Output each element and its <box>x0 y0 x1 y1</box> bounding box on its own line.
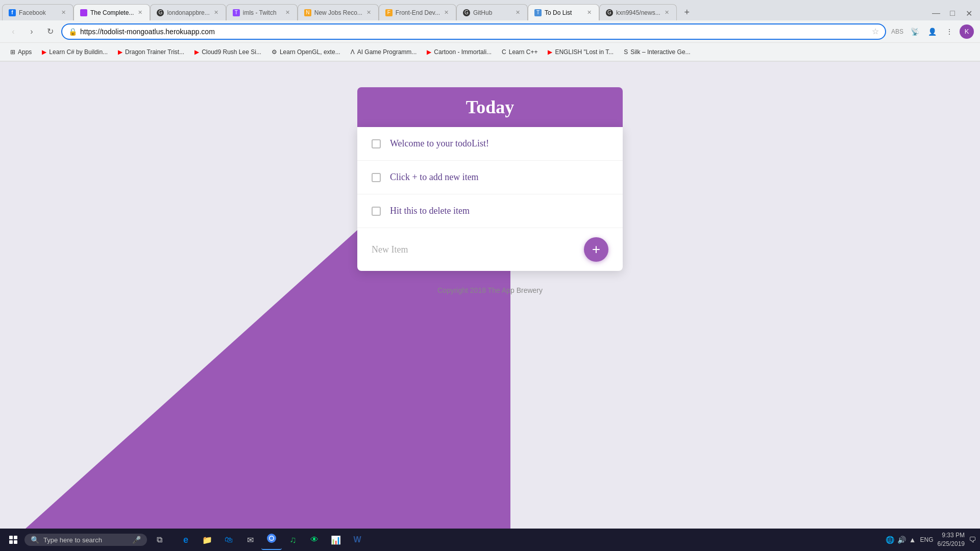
cast-icon[interactable]: 📡 <box>908 24 922 39</box>
tab-the-complete[interactable]: The Complete... ✕ <box>74 4 150 20</box>
todo-text-3: Hit this to delete item <box>390 206 470 216</box>
maximize-button[interactable]: □ <box>945 6 960 20</box>
bookmark-ai-game[interactable]: Λ AI Game Programm... <box>347 46 421 58</box>
taskbar-search[interactable]: 🔍 Type here to search 🎤 <box>24 534 147 546</box>
back-button[interactable]: ‹ <box>6 24 20 39</box>
taskbar-word[interactable]: W <box>347 530 368 550</box>
new-item-row: New Item + <box>357 228 623 271</box>
svg-point-2 <box>270 536 274 540</box>
tab-new-jobs[interactable]: N New Jobs Reco... ✕ <box>298 4 379 20</box>
tab-label-londonappbre: londonappbre... <box>167 9 209 16</box>
tab-close-new-jobs[interactable]: ✕ <box>365 8 372 17</box>
bookmark-cartoon[interactable]: ▶ Cartoon - Immortali... <box>423 46 496 58</box>
tab-close-github[interactable]: ✕ <box>514 8 521 17</box>
bookmark-star-icon[interactable]: ☆ <box>872 27 879 36</box>
todo-checkbox-1[interactable] <box>372 139 381 148</box>
taskbar-search-icon: 🔍 <box>31 536 39 544</box>
bookmark-dragon-trainer[interactable]: ▶ Dragon Trainer Trist... <box>114 46 188 58</box>
tab-favicon-todo: T <box>534 9 542 16</box>
tab-todo-list[interactable]: T To Do List ✕ <box>528 4 599 20</box>
mail-icon: ✉ <box>247 535 254 545</box>
tab-github[interactable]: G GitHub ✕ <box>456 4 528 20</box>
taskbar-search-text: Type here to search <box>43 536 102 544</box>
taskbar-chrome[interactable] <box>261 530 282 550</box>
tab-close-londonappbre[interactable]: ✕ <box>213 8 219 17</box>
taskbar-app8[interactable]: 📊 <box>326 530 346 550</box>
page-footer: Copyright 2018 The App Brewery <box>437 286 543 294</box>
tab-close-the-complete[interactable]: ✕ <box>137 8 143 17</box>
tab-frontend-dev[interactable]: F Front-End Dev... ✕ <box>379 4 456 20</box>
taskbar-spotify[interactable]: ♫ <box>283 530 303 550</box>
taskbar-edge[interactable]: e <box>176 530 196 550</box>
address-bar-input[interactable] <box>80 28 869 36</box>
tab-close-twitch[interactable]: ✕ <box>284 8 291 17</box>
bookmark-english[interactable]: ▶ ENGLISH "Lost in T... <box>544 46 618 58</box>
bookmark-apps[interactable]: ⊞ Apps <box>6 46 36 58</box>
forward-button[interactable]: › <box>24 24 39 39</box>
mic-icon[interactable]: 🎤 <box>132 536 141 544</box>
tab-close-todo[interactable]: ✕ <box>586 8 593 17</box>
tab-favicon-the-complete <box>80 9 87 16</box>
todo-checkbox-2[interactable] <box>372 173 381 182</box>
tab-label-the-complete: The Complete... <box>90 9 134 16</box>
tab-londonappbre[interactable]: G londonappbre... ✕ <box>150 4 226 20</box>
tab-favicon-facebook: f <box>9 9 16 16</box>
silk-icon: S <box>624 48 628 56</box>
apps-icon: ⊞ <box>10 48 15 56</box>
secure-icon: 🔒 <box>68 28 77 36</box>
user-avatar[interactable]: K <box>960 24 974 39</box>
tab-close-kxn[interactable]: ✕ <box>664 8 670 17</box>
bookmark-label-cloud9: Cloud9 Rush Lee Si... <box>202 48 261 56</box>
tab-kxn9945[interactable]: G kxn9945/news... ✕ <box>599 4 677 20</box>
bookmark-cloud9[interactable]: ▶ Cloud9 Rush Lee Si... <box>190 46 265 58</box>
taskbar-time[interactable]: 9:33 PM 6/25/2019 <box>938 531 965 548</box>
extensions-button[interactable]: ABS <box>890 24 904 39</box>
settings-icon[interactable]: ⋮ <box>942 24 957 39</box>
notifications-icon[interactable]: 🗨 <box>969 536 976 544</box>
new-tab-button[interactable]: + <box>679 4 695 20</box>
tab-close-frontend-dev[interactable]: ✕ <box>443 8 450 17</box>
taskbar-explorer[interactable]: 📁 <box>197 530 217 550</box>
bookmark-silk[interactable]: S Silk – Interactive Ge... <box>620 46 694 58</box>
app7-icon: 👁 <box>310 535 318 544</box>
app8-icon: 📊 <box>331 535 341 545</box>
bookmark-label-csharp: Learn C# by Buildin... <box>49 48 108 56</box>
tab-favicon-twitch: T <box>233 9 240 16</box>
taskbar-store[interactable]: 🛍 <box>218 530 239 550</box>
battery-icon: ▲ <box>909 536 916 544</box>
taskbar-mail[interactable]: ✉ <box>240 530 260 550</box>
bookmarks-bar: ⊞ Apps ▶ Learn C# by Buildin... ▶ Dragon… <box>0 43 980 61</box>
tab-close-facebook[interactable]: ✕ <box>60 8 67 17</box>
address-bar[interactable]: 🔒 ☆ <box>61 23 886 40</box>
opengl-icon: ⚙ <box>272 48 277 56</box>
bookmark-opengl[interactable]: ⚙ Learn OpenGL, exte... <box>267 46 345 58</box>
close-window-button[interactable]: ✕ <box>962 6 976 20</box>
tab-facebook[interactable]: f Facebook ✕ <box>2 4 74 20</box>
add-item-button[interactable]: + <box>584 237 608 262</box>
taskbar-task-view[interactable]: ⧉ <box>149 530 169 550</box>
yt-icon-5: ▶ <box>548 48 552 56</box>
cpp-icon: C <box>502 48 506 56</box>
tab-favicon-londonappbre: G <box>157 9 164 16</box>
ai-icon: Λ <box>351 48 355 56</box>
bookmark-learn-cpp[interactable]: C Learn C++ <box>498 46 542 58</box>
reload-button[interactable]: ↻ <box>43 24 57 39</box>
volume-icon[interactable]: 🔊 <box>897 536 906 544</box>
word-icon: W <box>353 535 361 544</box>
tab-favicon-kxn: G <box>606 9 613 16</box>
bookmark-label-silk: Silk – Interactive Ge... <box>630 48 690 56</box>
start-button[interactable] <box>4 531 22 549</box>
minimize-button[interactable]: — <box>929 6 943 20</box>
yt-icon-1: ▶ <box>42 48 46 56</box>
taskbar-app7[interactable]: 👁 <box>304 530 325 550</box>
todo-checkbox-3[interactable] <box>372 207 381 216</box>
bookmark-label-cpp: Learn C++ <box>509 48 538 56</box>
bookmark-label-ai: AI Game Programm... <box>357 48 417 56</box>
todo-card: Welcome to your todoList! Click + to add… <box>357 127 623 271</box>
tab-twitch[interactable]: T imls - Twitch ✕ <box>226 4 298 20</box>
bookmark-learn-csharp[interactable]: ▶ Learn C# by Buildin... <box>38 46 112 58</box>
taskbar-app-icons: e 📁 🛍 ✉ ♫ 👁 📊 <box>176 530 368 550</box>
network-icon[interactable]: 🌐 <box>886 536 894 544</box>
profile-icon[interactable]: 👤 <box>925 24 939 39</box>
tab-favicon-new-jobs: N <box>304 9 311 16</box>
